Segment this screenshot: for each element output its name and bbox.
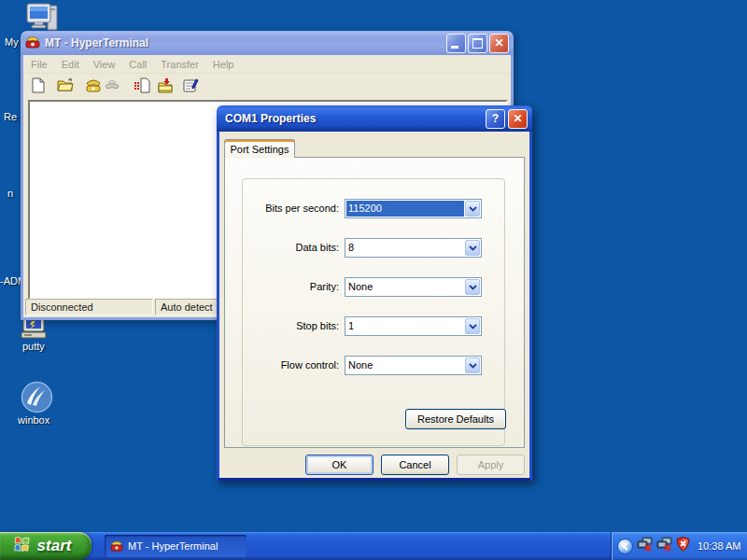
hangup-phone-icon[interactable] <box>104 77 120 94</box>
ok-button[interactable]: OK <box>305 455 374 475</box>
putty-label[interactable]: putty <box>22 341 45 352</box>
chevron-down-icon[interactable] <box>465 240 480 256</box>
status-connection: Disconnected <box>25 299 153 315</box>
chevron-left-icon <box>622 542 629 551</box>
settings-groupbox <box>242 178 505 446</box>
task-button-label: MT - HyperTerminal <box>128 540 218 552</box>
tray-collapse-button[interactable] <box>617 539 633 554</box>
flow-control-select[interactable]: None <box>345 356 482 375</box>
chevron-down-icon[interactable] <box>465 357 480 373</box>
combo-value: 8 <box>346 240 464 256</box>
windows-flag-icon <box>13 535 33 558</box>
close-icon: ✕ <box>494 37 503 49</box>
new-document-icon[interactable] <box>31 77 48 94</box>
winbox-label[interactable]: winbox <box>18 414 49 426</box>
combo-value: None <box>346 279 464 295</box>
menubar: File Edit View Call Transfer Help <box>23 55 511 74</box>
dialog-body: Port Settings Bits per second: 115200 Da… <box>217 132 532 481</box>
chevron-down-icon[interactable] <box>465 318 480 334</box>
field-row: Data bits: 8 <box>225 238 524 258</box>
help-button[interactable]: ? <box>486 109 505 129</box>
call-phone-icon[interactable] <box>85 77 102 94</box>
combo-value: None <box>346 357 464 373</box>
security-shield-icon[interactable] <box>676 537 690 555</box>
combo-value: 1 <box>346 318 464 334</box>
system-tray: 10:38 AM <box>611 532 747 560</box>
hyperterminal-titlebar[interactable]: MT - HyperTerminal ✕ <box>21 31 514 55</box>
field-row: Bits per second: 115200 <box>225 199 524 218</box>
question-icon: ? <box>492 112 499 125</box>
desktop-icon-label-n[interactable]: n <box>7 188 13 199</box>
network-disconnected-icon[interactable] <box>656 537 672 555</box>
menu-item-file[interactable]: File <box>31 59 48 70</box>
task-button-hyperterminal[interactable]: MT - HyperTerminal <box>105 535 247 557</box>
menu-item-call[interactable]: Call <box>129 59 147 70</box>
stop-bits-label: Stop bits: <box>225 316 339 336</box>
menu-item-edit[interactable]: Edit <box>62 59 79 70</box>
field-row: Parity: None <box>225 277 524 297</box>
tab-port-settings[interactable]: Port Settings <box>224 139 295 158</box>
combo-value: 115200 <box>346 201 464 217</box>
properties-icon[interactable] <box>182 77 199 94</box>
dialog-close-button[interactable]: ✕ <box>508 109 528 129</box>
close-icon: ✕ <box>513 112 522 125</box>
phone-icon <box>25 35 40 52</box>
field-row: Flow control: None <box>225 356 524 375</box>
putty-icon[interactable] <box>21 316 49 343</box>
bits-per-second-select[interactable]: 115200 <box>345 199 482 218</box>
my-computer-label[interactable]: My <box>5 36 19 48</box>
receive-file-icon[interactable] <box>157 77 174 94</box>
clock: 10:38 AM <box>698 540 740 552</box>
maximize-button[interactable] <box>468 34 487 53</box>
com1-properties-dialog: COM1 Properties ? ✕ Port Settings Bits p… <box>217 105 532 481</box>
flow-control-label: Flow control: <box>225 356 339 375</box>
minimize-icon <box>451 46 458 49</box>
field-row: Stop bits: 1 <box>225 316 524 336</box>
start-label: start <box>37 537 79 555</box>
cancel-button[interactable]: Cancel <box>381 455 449 475</box>
close-button[interactable]: ✕ <box>489 34 509 53</box>
menu-item-help[interactable]: Help <box>213 59 234 70</box>
apply-button: Apply <box>457 455 525 475</box>
maximize-icon <box>472 38 483 49</box>
toolbar <box>23 74 511 99</box>
start-button[interactable]: start <box>0 532 92 560</box>
restore-defaults-button[interactable]: Restore Defaults <box>405 409 506 429</box>
desktop-icon-label-re[interactable]: Re <box>4 111 17 122</box>
stop-bits-select[interactable]: 1 <box>345 316 482 336</box>
window-title: MT - HyperTerminal <box>45 36 444 49</box>
data-bits-select[interactable]: 8 <box>345 238 482 258</box>
dialog-titlebar[interactable]: COM1 Properties ? ✕ <box>217 105 532 132</box>
bits-per-second-label: Bits per second: <box>225 199 339 218</box>
port-settings-page: Bits per second: 115200 Data bits: 8 <box>224 157 525 448</box>
winbox-icon[interactable] <box>21 381 53 417</box>
taskbar: start MT - HyperTerminal <box>0 532 747 560</box>
send-text-icon[interactable] <box>134 77 150 94</box>
menu-item-view[interactable]: View <box>93 59 116 70</box>
dialog-title: COM1 Properties <box>225 112 483 125</box>
parity-select[interactable]: None <box>345 277 482 297</box>
menu-item-transfer[interactable]: Transfer <box>161 59 199 70</box>
phone-icon <box>110 539 123 553</box>
parity-label: Parity: <box>225 277 339 297</box>
chevron-down-icon[interactable] <box>465 279 480 295</box>
data-bits-label: Data bits: <box>225 238 339 258</box>
minimize-button[interactable] <box>446 34 466 53</box>
network-disconnected-icon[interactable] <box>637 537 653 555</box>
chevron-down-icon[interactable] <box>465 201 480 217</box>
open-folder-icon[interactable] <box>57 77 74 94</box>
